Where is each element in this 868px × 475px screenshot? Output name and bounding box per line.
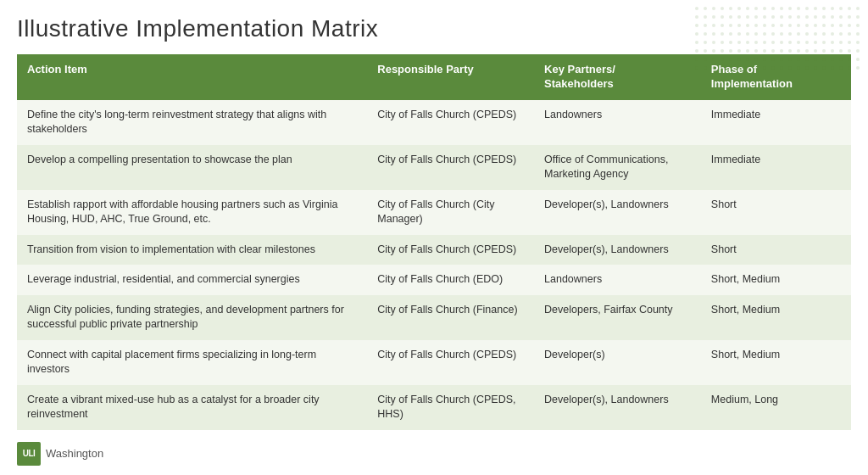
dot [721,32,724,36]
cell-partners: Developers, Fairfax County [534,295,701,340]
cell-partners: Developer(s) [534,340,701,385]
header-responsible: Responsible Party [367,54,534,100]
dot [831,66,834,70]
dot [805,15,809,19]
dot [805,7,809,10]
cell-action: Leverage industrial, residential, and co… [17,265,367,295]
dot [771,58,775,61]
main-container: Illustrative Implementation Matrix Actio… [0,0,868,475]
dot [771,7,775,10]
dot [763,24,766,27]
dot [814,58,817,61]
dot [805,58,809,61]
dot [839,15,843,19]
uli-logo: ULI Washington [17,442,103,466]
dot [780,24,783,27]
dot [704,7,707,10]
dot [695,58,698,61]
cell-phase: Short, Medium [701,265,851,295]
dot [797,66,800,70]
cell-action: Align City policies, funding strategies,… [17,295,367,340]
cell-action: Establish rapport with affordable housin… [17,190,367,235]
dot [814,32,817,36]
cell-partners: Developer(s), Landowners [534,190,701,235]
dot [737,7,741,10]
dot [754,58,758,61]
table-row: Create a vibrant mixed-use hub as a cata… [17,385,851,430]
dot [763,49,766,53]
dot [848,41,851,44]
decorative-dots [695,7,861,71]
dot [737,49,741,53]
dot [848,66,851,70]
cell-partners: Landowners [534,265,701,295]
dot [746,41,749,44]
dot [839,24,843,27]
dot [856,7,860,10]
dot [704,41,707,44]
dot [797,32,800,36]
dot [814,7,817,10]
dot [695,32,698,36]
dot [746,24,749,27]
dot [771,41,775,44]
dot [805,24,809,27]
cell-action: Create a vibrant mixed-use hub as a cata… [17,385,367,430]
dot [805,49,809,53]
dot [797,7,800,10]
dot [822,24,826,27]
dot [754,32,758,36]
cell-action: Define the city's long-term reinvestment… [17,100,367,145]
dot [780,32,783,36]
dot [856,24,860,27]
dot [729,58,732,61]
dot [822,7,826,10]
dot [737,24,741,27]
cell-responsible: City of Falls Church (EDO) [367,265,534,295]
dot [695,49,698,53]
cell-phase: Short [701,190,851,235]
dot [848,24,851,27]
table-row: Transition from vision to implementation… [17,235,851,265]
dot [712,58,715,61]
dot [797,41,800,44]
dot [848,58,851,61]
dot [712,32,715,36]
dot [856,32,860,36]
dot [780,58,783,61]
dot [754,15,758,19]
dot [814,24,817,27]
dot [839,41,843,44]
dot [788,24,792,27]
dot [771,32,775,36]
cell-partners: Landowners [534,100,701,145]
dot [729,49,732,53]
dot [763,32,766,36]
dot [856,49,860,53]
dot [788,41,792,44]
dot [737,32,741,36]
dot [746,49,749,53]
dot [788,58,792,61]
dot [695,7,698,10]
dot [704,15,707,19]
dot [695,41,698,44]
dot [831,24,834,27]
cell-action: Develop a compelling presentation to sho… [17,145,367,190]
cell-responsible: City of Falls Church (CPEDS) [367,145,534,190]
dot [805,41,809,44]
dot [729,32,732,36]
cell-responsible: City of Falls Church (CPEDS) [367,100,534,145]
table-row: Establish rapport with affordable housin… [17,190,851,235]
dot [797,58,800,61]
uli-logo-box: ULI [17,442,41,466]
cell-action: Connect with capital placement firms spe… [17,340,367,385]
dot [729,24,732,27]
cell-responsible: City of Falls Church (CPEDS) [367,340,534,385]
dot [746,15,749,19]
dot [822,49,826,53]
dot [729,15,732,19]
dot [788,49,792,53]
dot [704,32,707,36]
table-row: Develop a compelling presentation to sho… [17,145,851,190]
